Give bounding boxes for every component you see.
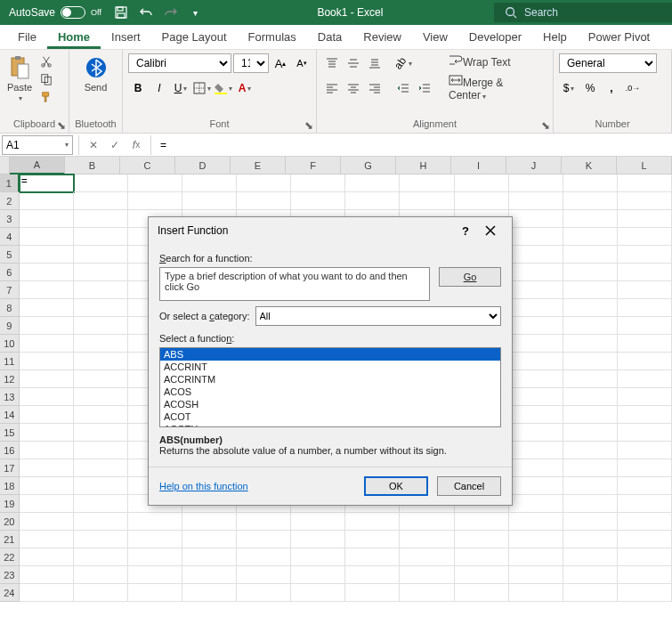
cell[interactable]	[618, 228, 672, 246]
cell[interactable]	[563, 459, 618, 477]
row-header[interactable]: 23	[0, 566, 20, 584]
increase-font-button[interactable]: A▴	[271, 53, 290, 73]
cell[interactable]: =	[20, 175, 74, 192]
cell[interactable]	[563, 210, 618, 228]
cell[interactable]	[563, 548, 618, 566]
cell[interactable]	[182, 566, 237, 584]
cell[interactable]	[128, 566, 182, 584]
cell[interactable]	[509, 317, 563, 335]
increase-indent-button[interactable]	[415, 78, 434, 98]
cell[interactable]	[509, 335, 563, 353]
borders-button[interactable]: ▾	[192, 78, 212, 98]
cell[interactable]	[291, 566, 345, 584]
row-header[interactable]: 3	[0, 210, 20, 228]
help-link[interactable]: Help on this function	[159, 481, 248, 491]
cell[interactable]	[128, 175, 182, 192]
cell[interactable]	[563, 406, 618, 424]
column-header[interactable]: L	[617, 157, 672, 175]
font-color-button[interactable]: A▾	[235, 78, 255, 98]
tab-data[interactable]: Data	[307, 25, 352, 49]
cell[interactable]	[291, 175, 345, 192]
fill-color-button[interactable]: ▾	[214, 78, 233, 98]
row-header[interactable]: 4	[0, 228, 20, 246]
row-header[interactable]: 14	[0, 406, 20, 424]
decrease-font-button[interactable]: A▾	[292, 53, 312, 73]
cell[interactable]	[563, 424, 618, 442]
tab-developer[interactable]: Developer	[458, 25, 532, 49]
row-header[interactable]: 18	[0, 477, 20, 495]
cell[interactable]	[345, 192, 400, 210]
row-header[interactable]: 10	[0, 335, 20, 353]
cell[interactable]	[455, 192, 509, 210]
font-dialog-launcher[interactable]: ⬊	[304, 120, 314, 131]
cell[interactable]	[509, 228, 563, 246]
cell[interactable]	[400, 513, 454, 531]
cell[interactable]	[400, 584, 454, 602]
cell[interactable]	[345, 531, 400, 548]
row-header[interactable]: 8	[0, 299, 20, 317]
cell[interactable]	[563, 531, 618, 548]
cell[interactable]	[237, 192, 291, 210]
cell[interactable]	[618, 584, 672, 602]
cell[interactable]	[618, 388, 672, 406]
cell[interactable]	[20, 459, 74, 477]
close-button[interactable]	[478, 220, 503, 241]
cell[interactable]	[509, 584, 563, 602]
select-all-corner[interactable]	[0, 157, 10, 175]
enter-formula-button[interactable]: ✓	[104, 135, 125, 155]
cell[interactable]	[20, 192, 74, 210]
cell[interactable]	[74, 317, 128, 335]
column-header[interactable]: A	[10, 157, 65, 175]
cell[interactable]	[291, 513, 345, 531]
column-header[interactable]: E	[231, 157, 286, 175]
cell[interactable]	[74, 531, 128, 548]
cell[interactable]	[74, 264, 128, 281]
cell[interactable]	[74, 477, 128, 495]
format-painter-button[interactable]	[37, 89, 55, 105]
cell[interactable]	[182, 584, 237, 602]
orientation-button[interactable]: ab▾	[393, 53, 413, 73]
ok-button[interactable]: OK	[364, 476, 428, 496]
autosave-toggle[interactable]: AutoSave Off	[4, 6, 107, 19]
row-header[interactable]: 22	[0, 548, 20, 566]
row-header[interactable]: 11	[0, 353, 20, 370]
cell[interactable]	[509, 531, 563, 548]
send-button[interactable]: Send	[82, 53, 110, 94]
decrease-indent-button[interactable]	[393, 78, 413, 98]
function-list-item[interactable]: ABS	[160, 348, 500, 361]
accounting-format-button[interactable]: $▾	[559, 78, 579, 98]
cell[interactable]	[509, 513, 563, 531]
cell[interactable]	[455, 513, 509, 531]
cell[interactable]	[291, 192, 345, 210]
tab-formulas[interactable]: Formulas	[238, 25, 307, 49]
cell[interactable]	[291, 531, 345, 548]
cell[interactable]	[509, 210, 563, 228]
cell[interactable]	[128, 192, 182, 210]
tab-home[interactable]: Home	[47, 25, 101, 49]
tab-power-pivot[interactable]: Power Pivot	[578, 25, 660, 49]
cell[interactable]	[509, 192, 563, 210]
cell[interactable]	[20, 246, 74, 264]
cell[interactable]	[74, 175, 128, 192]
cell[interactable]	[509, 264, 563, 281]
function-list[interactable]: ABSACCRINTACCRINTMACOSACOSHACOTACOTH	[159, 347, 501, 427]
function-list-item[interactable]: ACOS	[160, 386, 500, 398]
cell[interactable]	[618, 531, 672, 548]
row-header[interactable]: 20	[0, 513, 20, 531]
name-box[interactable]: A1 ▾	[2, 135, 73, 155]
category-select[interactable]: All	[255, 306, 502, 326]
cell[interactable]	[20, 210, 74, 228]
cell[interactable]	[509, 388, 563, 406]
cell[interactable]	[509, 370, 563, 388]
column-header[interactable]: B	[65, 157, 120, 175]
cell[interactable]	[563, 175, 618, 192]
column-header[interactable]: F	[286, 157, 341, 175]
cell[interactable]	[618, 370, 672, 388]
font-name-select[interactable]: Calibri	[128, 53, 231, 73]
cell[interactable]	[74, 459, 128, 477]
cell[interactable]	[345, 566, 400, 584]
cell[interactable]	[20, 548, 74, 566]
redo-button[interactable]	[160, 2, 182, 23]
cell[interactable]	[74, 246, 128, 264]
cell[interactable]	[237, 531, 291, 548]
